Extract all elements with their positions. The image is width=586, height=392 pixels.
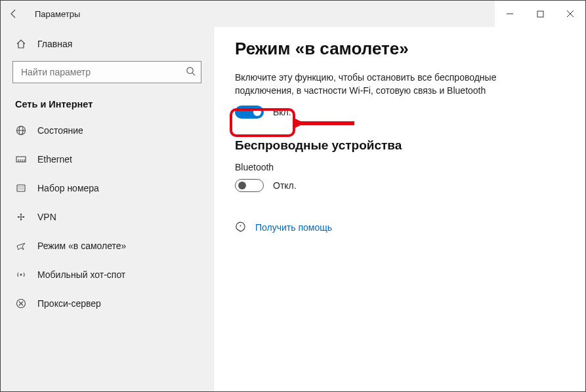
svg-point-18 bbox=[18, 188, 19, 189]
svg-point-27 bbox=[20, 274, 22, 276]
help-row: Получить помощь bbox=[235, 221, 564, 234]
home-item[interactable]: Главная bbox=[1, 29, 213, 58]
proxy-icon bbox=[15, 298, 27, 309]
vpn-icon bbox=[15, 212, 27, 222]
sidebar-item-label: Мобильный хот-спот bbox=[37, 269, 125, 280]
bluetooth-label: Bluetooth bbox=[235, 162, 564, 172]
svg-point-29 bbox=[240, 225, 241, 226]
airplane-toggle[interactable] bbox=[235, 106, 264, 119]
category-header: Сеть и Интернет bbox=[1, 88, 213, 116]
help-link[interactable]: Получить помощь bbox=[255, 222, 332, 233]
home-label: Главная bbox=[37, 39, 72, 49]
sidebar-item-label: Набор номера bbox=[37, 183, 99, 193]
bluetooth-toggle-row: Откл. bbox=[235, 179, 564, 192]
dialup-icon bbox=[15, 183, 27, 193]
help-icon bbox=[235, 221, 246, 234]
airplane-toggle-row: Вкл. bbox=[235, 106, 564, 119]
sidebar-item-label: Прокси-сервер bbox=[37, 298, 101, 309]
globe-icon bbox=[15, 125, 27, 136]
airplane-toggle-label: Вкл. bbox=[273, 107, 291, 117]
bluetooth-toggle-label: Откл. bbox=[273, 180, 297, 191]
window-title: Параметры bbox=[35, 9, 80, 19]
main-pane: Режим «в самолете» Включите эту функцию,… bbox=[214, 27, 585, 391]
airplane-icon bbox=[15, 241, 27, 251]
svg-rect-14 bbox=[17, 185, 25, 191]
sidebar-item-airplane[interactable]: Режим «в самолете» bbox=[1, 231, 213, 260]
svg-point-19 bbox=[20, 188, 21, 189]
page-description: Включите эту функцию, чтобы остановить в… bbox=[235, 71, 517, 98]
sidebar-item-dialup[interactable]: Набор номера bbox=[1, 174, 213, 203]
sidebar-item-proxy[interactable]: Прокси-сервер bbox=[1, 289, 213, 318]
sidebar-item-hotspot[interactable]: Мобильный хот-спот bbox=[1, 260, 213, 289]
back-button[interactable] bbox=[1, 1, 27, 27]
hotspot-icon bbox=[15, 269, 27, 280]
svg-point-20 bbox=[22, 188, 23, 189]
svg-point-15 bbox=[18, 186, 19, 187]
home-icon bbox=[15, 39, 27, 49]
maximize-button[interactable] bbox=[525, 1, 555, 27]
close-button[interactable] bbox=[555, 1, 585, 27]
sidebar-item-label: VPN bbox=[37, 212, 56, 222]
ethernet-icon bbox=[15, 154, 27, 165]
page-title: Режим «в самолете» bbox=[235, 39, 564, 59]
sidebar-item-status[interactable]: Состояние bbox=[1, 116, 213, 145]
sidebar-item-label: Состояние bbox=[37, 125, 83, 136]
sidebar-item-ethernet[interactable]: Ethernet bbox=[1, 145, 213, 174]
sidebar: Главная Сеть и Интернет Состояние Et bbox=[1, 27, 214, 391]
sidebar-item-label: Ethernet bbox=[37, 154, 72, 165]
wireless-header: Беспроводные устройства bbox=[235, 138, 564, 153]
bluetooth-toggle[interactable] bbox=[235, 179, 264, 192]
svg-point-16 bbox=[20, 186, 21, 187]
sidebar-item-vpn[interactable]: VPN bbox=[1, 203, 213, 231]
svg-rect-1 bbox=[537, 11, 543, 17]
sidebar-item-label: Режим «в самолете» bbox=[37, 241, 126, 251]
search-field[interactable] bbox=[20, 66, 186, 78]
titlebar: Параметры bbox=[1, 1, 585, 27]
svg-line-5 bbox=[192, 73, 195, 75]
minimize-button[interactable] bbox=[495, 1, 525, 27]
search-icon bbox=[186, 66, 196, 78]
search-input[interactable] bbox=[12, 61, 201, 83]
svg-point-4 bbox=[187, 68, 193, 73]
svg-point-17 bbox=[22, 186, 23, 187]
